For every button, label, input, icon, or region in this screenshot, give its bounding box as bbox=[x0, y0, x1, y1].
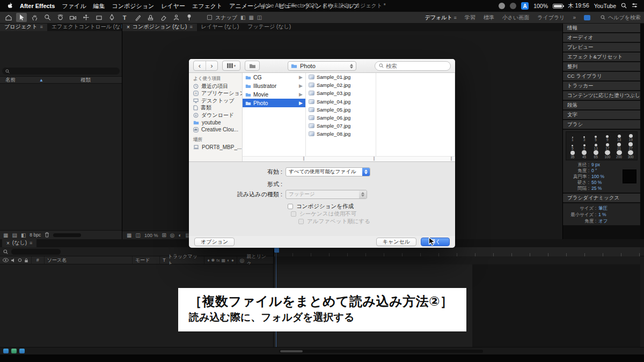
help-search-field[interactable]: ヘルプを検索 bbox=[601, 14, 641, 21]
interpret-footage-icon[interactable]: ▦ bbox=[3, 232, 8, 238]
dynamics-angle-value[interactable]: オフ bbox=[598, 218, 608, 224]
region-of-interest-icon[interactable]: ◐ bbox=[179, 232, 182, 238]
menu-file[interactable]: ファイル bbox=[62, 2, 86, 10]
dynamics-min-size-value[interactable]: 1 % bbox=[598, 211, 606, 218]
pan-behind-tool[interactable] bbox=[80, 13, 91, 22]
panel-brush-dynamics[interactable]: ブラシダイナミックス bbox=[563, 194, 640, 202]
workspace-standard[interactable]: 標準 bbox=[484, 14, 494, 21]
project-bit-depth[interactable]: 8 bpc bbox=[30, 232, 41, 238]
hand-tool[interactable] bbox=[29, 13, 40, 22]
tab-composition[interactable]: × コンポジション (なし) ≡ bbox=[122, 23, 197, 31]
enable-popup[interactable]: すべての使用可能なファイル bbox=[286, 167, 370, 176]
panel-cc-libraries[interactable]: CC ライブラリ bbox=[563, 72, 640, 80]
column-layer-number[interactable]: # bbox=[32, 256, 45, 264]
status-app-icon[interactable] bbox=[499, 3, 505, 9]
tab-layer[interactable]: レイヤー (なし) bbox=[197, 23, 244, 31]
create-comp-checkbox[interactable] bbox=[288, 204, 293, 209]
control-center-icon[interactable] bbox=[632, 3, 638, 9]
apple-icon[interactable] bbox=[6, 2, 13, 10]
file-row[interactable]: Sample_05.jpg bbox=[306, 106, 376, 114]
options-button[interactable]: オプション bbox=[194, 238, 235, 246]
brush-spacing-value[interactable]: 25 % bbox=[591, 186, 602, 191]
sidebar-item-recents[interactable]: 最近の項目 bbox=[189, 83, 242, 90]
menu-edit[interactable]: 編集 bbox=[93, 2, 105, 10]
snap-checkbox[interactable] bbox=[207, 15, 212, 20]
brush-preset-grid[interactable]: 1 3 5 9 13 19 5 9 13 17 21 27 35 4 bbox=[566, 131, 638, 160]
video-eye-icon[interactable] bbox=[3, 258, 9, 262]
tab-footage[interactable]: フッテージ (なし) bbox=[243, 23, 295, 31]
selection-tool[interactable] bbox=[16, 13, 27, 22]
view-mode-button[interactable]: ▾ bbox=[222, 61, 240, 71]
project-search-input[interactable] bbox=[2, 68, 120, 75]
panel-preview[interactable]: プレビュー bbox=[563, 43, 640, 51]
audio-speaker-icon[interactable] bbox=[11, 258, 16, 263]
sidebar-item-documents[interactable]: 書類 bbox=[189, 105, 242, 112]
sidebar-item-desktop[interactable]: デスクトップ bbox=[189, 97, 242, 105]
roto-brush-tool[interactable] bbox=[171, 13, 181, 22]
sidebar-item-downloads[interactable]: ダウンロード bbox=[189, 112, 242, 119]
column-resize-handle[interactable]: ∥ bbox=[303, 156, 305, 161]
cancel-button[interactable]: キャンセル bbox=[376, 238, 416, 246]
folder-row-illustrator[interactable]: Illustrator▶ bbox=[243, 82, 305, 90]
menubar-clock[interactable]: 木 19:56 bbox=[568, 2, 589, 10]
panel-content-aware-fill[interactable]: コンテンツに応じた塗りつぶし bbox=[563, 91, 640, 100]
shape-tool[interactable] bbox=[93, 13, 104, 22]
column-parent-link[interactable]: ◎親とリンク bbox=[237, 256, 273, 264]
clone-stamp-tool[interactable] bbox=[145, 13, 156, 22]
file-row[interactable]: Sample_07.jpg bbox=[306, 122, 376, 130]
browser-scroll-strip[interactable]: ∥ ∥ ∥ bbox=[243, 156, 455, 161]
workspace-overflow-icon[interactable]: » bbox=[573, 14, 576, 20]
always-preview-icon[interactable]: ▦ bbox=[127, 232, 131, 238]
spotlight-search-icon[interactable] bbox=[621, 3, 627, 10]
youtube-menu-item[interactable]: YouTube bbox=[594, 3, 616, 9]
folder-row-photo-selected[interactable]: Photo▶ bbox=[243, 99, 305, 107]
panel-paragraph[interactable]: 段落 bbox=[563, 101, 640, 109]
shy-icon[interactable]: ♦ bbox=[207, 258, 209, 263]
playhead-marker[interactable] bbox=[274, 248, 279, 253]
column-source-name[interactable]: ソース名 bbox=[45, 256, 133, 264]
column-track-matte[interactable]: Tトラックマット bbox=[160, 256, 204, 264]
panel-effects-presets[interactable]: エフェクト&プリセット bbox=[563, 53, 640, 61]
back-button[interactable]: ‹ bbox=[194, 61, 206, 70]
expand-option-icon[interactable]: ◫ bbox=[257, 14, 262, 20]
text-tool[interactable]: T bbox=[119, 13, 130, 22]
tab-effect-controls[interactable]: エフェクトコントロール (なし) bbox=[47, 23, 132, 31]
current-folder-popup[interactable]: Photo bbox=[288, 61, 356, 71]
create-comp-checkbox-row[interactable]: コンポジションを作成 bbox=[288, 203, 354, 210]
workspace-menu-icon[interactable]: ≡ bbox=[454, 15, 457, 20]
three-d-icon[interactable]: ● bbox=[231, 258, 234, 263]
file-row[interactable]: Sample_01.jpg bbox=[306, 73, 376, 81]
column-mode[interactable]: モード bbox=[133, 256, 160, 264]
app-menu-title[interactable]: After Effects bbox=[20, 3, 55, 9]
file-row[interactable]: Sample_06.jpg bbox=[306, 114, 376, 122]
workspace-learn[interactable]: 学習 bbox=[465, 14, 475, 21]
eraser-tool[interactable] bbox=[158, 13, 169, 22]
new-folder-icon[interactable]: ▤ bbox=[12, 232, 17, 238]
column-resize-handle[interactable]: ∥ bbox=[373, 156, 376, 161]
brush-tool[interactable] bbox=[132, 13, 143, 22]
panel-character[interactable]: 文字 bbox=[563, 110, 640, 119]
workspace-small-screen[interactable]: 小さい画面 bbox=[502, 14, 529, 21]
snap-option-icon[interactable]: ◧ bbox=[240, 14, 245, 20]
import-kind-popup[interactable]: フッテージ bbox=[286, 190, 367, 199]
folder-row-movie[interactable]: Movie▶ bbox=[243, 90, 305, 99]
brush-hardness-value[interactable]: 50 % bbox=[591, 180, 602, 186]
scrollbar-thumb[interactable] bbox=[280, 350, 303, 352]
close-tab-icon[interactable]: × bbox=[127, 24, 130, 30]
status-app-icon-2[interactable] bbox=[510, 3, 516, 9]
timeline-search-input[interactable] bbox=[11, 249, 61, 255]
frame-blend-icon[interactable]: ▦ bbox=[222, 258, 226, 263]
orbit-camera-tool[interactable] bbox=[55, 13, 65, 22]
panel-tracker[interactable]: トラッカー bbox=[563, 82, 640, 90]
timeline-horizontal-scrollbar[interactable] bbox=[279, 350, 483, 353]
trash-icon[interactable] bbox=[45, 232, 49, 239]
motion-blur-icon[interactable]: ◐ bbox=[227, 258, 230, 263]
lock-icon[interactable] bbox=[24, 258, 28, 263]
camera-tool[interactable] bbox=[68, 13, 78, 22]
solo-icon[interactable] bbox=[18, 258, 22, 262]
zoom-level[interactable]: 100 % bbox=[144, 233, 158, 238]
workspace-library[interactable]: ライブラリ bbox=[537, 14, 565, 21]
dialog-search-field[interactable] bbox=[375, 61, 451, 71]
switches-modes-icon[interactable] bbox=[19, 349, 25, 353]
close-tab-icon[interactable]: × bbox=[6, 240, 10, 246]
